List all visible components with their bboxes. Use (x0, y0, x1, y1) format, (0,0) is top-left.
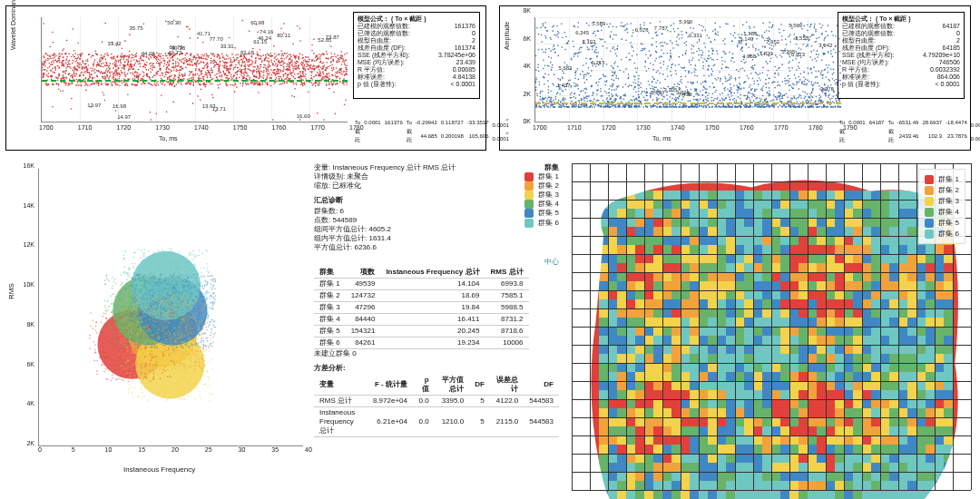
svg-point-4882 (201, 357, 202, 359)
svg-point-1411 (113, 73, 115, 74)
svg-point-4208 (582, 71, 583, 73)
svg-point-3873 (793, 105, 795, 107)
svg-point-5282 (181, 370, 183, 372)
svg-point-1999 (270, 55, 271, 57)
svg-point-7125 (153, 255, 155, 257)
svg-point-6972 (191, 254, 193, 256)
svg-point-719 (215, 62, 217, 64)
svg-point-6692 (146, 311, 148, 313)
svg-point-5759 (142, 307, 144, 308)
svg-point-6259 (146, 318, 148, 319)
svg-point-5300 (174, 365, 176, 367)
svg-point-6866 (182, 293, 184, 295)
svg-point-1698 (238, 70, 240, 72)
svg-point-3459 (592, 106, 593, 108)
svg-point-1776 (131, 57, 132, 59)
svg-point-6331 (207, 340, 209, 342)
svg-point-6907 (181, 286, 182, 288)
svg-point-3139 (774, 104, 776, 106)
svg-point-5134 (121, 349, 122, 351)
svg-point-4617 (89, 338, 91, 339)
svg-point-6882 (156, 294, 158, 296)
svg-point-4149 (720, 80, 721, 82)
svg-point-1201 (208, 55, 210, 57)
svg-point-6130 (158, 303, 160, 305)
svg-point-3990 (796, 81, 798, 83)
svg-point-3904 (591, 43, 593, 44)
svg-point-4274 (778, 73, 779, 74)
svg-point-4605 (136, 374, 138, 376)
svg-point-1299 (239, 64, 240, 65)
svg-point-1815 (137, 73, 139, 74)
svg-point-3431 (553, 84, 554, 86)
svg-point-3295 (788, 62, 789, 64)
svg-point-5802 (172, 347, 174, 348)
svg-point-2586 (555, 34, 557, 36)
svg-point-2550 (752, 38, 754, 40)
svg-point-5500 (162, 350, 163, 352)
svg-point-690 (253, 54, 255, 55)
svg-point-4517 (161, 326, 162, 328)
svg-point-2938 (650, 97, 652, 99)
svg-point-5457 (207, 386, 209, 388)
svg-point-4379 (835, 83, 837, 85)
svg-point-5279 (164, 377, 166, 378)
svg-point-4387 (755, 105, 757, 107)
svg-point-3133 (758, 74, 760, 76)
svg-point-6769 (204, 313, 206, 315)
svg-point-1906 (43, 64, 44, 65)
svg-point-6265 (174, 326, 176, 328)
svg-point-4168 (727, 106, 729, 108)
svg-point-6962 (151, 268, 152, 269)
svg-point-5246 (188, 354, 190, 356)
svg-point-3257 (554, 44, 555, 46)
svg-point-3710 (740, 41, 742, 43)
svg-point-6617 (139, 335, 141, 337)
svg-point-6900 (154, 321, 156, 323)
svg-point-4492 (164, 370, 166, 372)
svg-point-4136 (675, 70, 677, 72)
svg-point-1139 (279, 69, 281, 71)
svg-point-100 (173, 70, 175, 72)
svg-point-2755 (830, 54, 832, 55)
svg-point-4558 (151, 315, 152, 317)
svg-point-1617 (198, 57, 200, 59)
svg-point-4463 (123, 371, 125, 373)
svg-point-1538 (230, 84, 231, 86)
svg-point-1584 (195, 70, 197, 72)
svg-point-725 (301, 82, 303, 83)
svg-point-130 (261, 82, 263, 83)
svg-point-2368 (660, 91, 662, 93)
plot-area (38, 169, 303, 446)
svg-point-1778 (260, 55, 262, 57)
svg-point-4958 (201, 367, 202, 369)
svg-point-6059 (191, 285, 193, 287)
svg-point-2676 (543, 52, 544, 54)
svg-point-1129 (204, 74, 206, 76)
svg-point-4394 (728, 106, 730, 108)
svg-point-5861 (183, 341, 185, 343)
svg-point-1269 (308, 91, 309, 93)
svg-point-1586 (90, 67, 92, 69)
svg-point-3387 (769, 105, 770, 107)
svg-point-6830 (207, 316, 209, 318)
svg-point-5292 (150, 384, 152, 386)
svg-point-7100 (163, 262, 165, 264)
svg-point-2211 (606, 93, 608, 94)
svg-point-2198 (308, 69, 309, 71)
svg-point-3307 (701, 83, 702, 85)
svg-point-5462 (164, 379, 166, 381)
svg-point-6312 (135, 329, 137, 331)
svg-point-3855 (651, 93, 652, 94)
svg-point-2584 (608, 88, 610, 90)
svg-point-6901 (195, 304, 197, 306)
svg-point-2068 (140, 73, 142, 75)
svg-point-3945 (549, 106, 551, 108)
svg-point-4555 (132, 335, 133, 337)
svg-point-7094 (144, 295, 146, 297)
svg-point-4000 (571, 93, 573, 94)
svg-point-2871 (736, 89, 738, 91)
svg-point-5216 (159, 366, 161, 367)
svg-point-859 (201, 58, 203, 60)
svg-point-774 (191, 72, 192, 73)
